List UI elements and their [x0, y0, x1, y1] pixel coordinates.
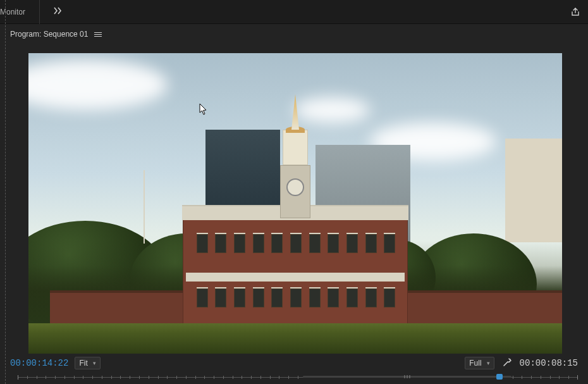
- playhead-timecode[interactable]: 00:00:14:22: [10, 358, 68, 368]
- zoom-scroll-thumb[interactable]: [496, 374, 503, 380]
- playback-resolution-value: Full: [469, 359, 481, 368]
- monitor-settings-button[interactable]: [501, 357, 513, 369]
- overflow-tabs-button[interactable]: [54, 7, 63, 16]
- playback-resolution-dropdown[interactable]: Full ▾: [465, 357, 494, 369]
- chevron-down-icon: ▾: [93, 360, 96, 366]
- panel-tab-label[interactable]: Monitor: [0, 8, 25, 16]
- video-preview-canvas[interactable]: [28, 53, 562, 354]
- zoom-scroll-track[interactable]: [303, 373, 511, 380]
- program-monitor-title: Program: Sequence 01: [10, 30, 88, 39]
- tab-separator: [39, 0, 40, 24]
- program-monitor-header: Program: Sequence 01: [0, 24, 588, 44]
- time-ruler[interactable]: [18, 373, 578, 383]
- program-monitor-viewer: [0, 44, 588, 354]
- export-frame-button[interactable]: [570, 7, 580, 17]
- program-monitor-controls: 00:00:14:22 Fit ▾ Full ▾ 00:00:08:15: [10, 356, 578, 370]
- sequence-duration-timecode[interactable]: 00:00:08:15: [520, 358, 578, 368]
- chevron-down-icon: ▾: [487, 360, 490, 366]
- panel-menu-button[interactable]: [94, 32, 102, 37]
- chevrons-right-icon: [54, 7, 63, 15]
- export-icon: [570, 7, 580, 17]
- workspace-tab-bar: Monitor: [0, 0, 588, 24]
- video-content: [28, 53, 562, 354]
- zoom-level-dropdown[interactable]: Fit ▾: [75, 357, 100, 369]
- wrench-icon: [502, 357, 512, 368]
- zoom-level-value: Fit: [79, 359, 87, 368]
